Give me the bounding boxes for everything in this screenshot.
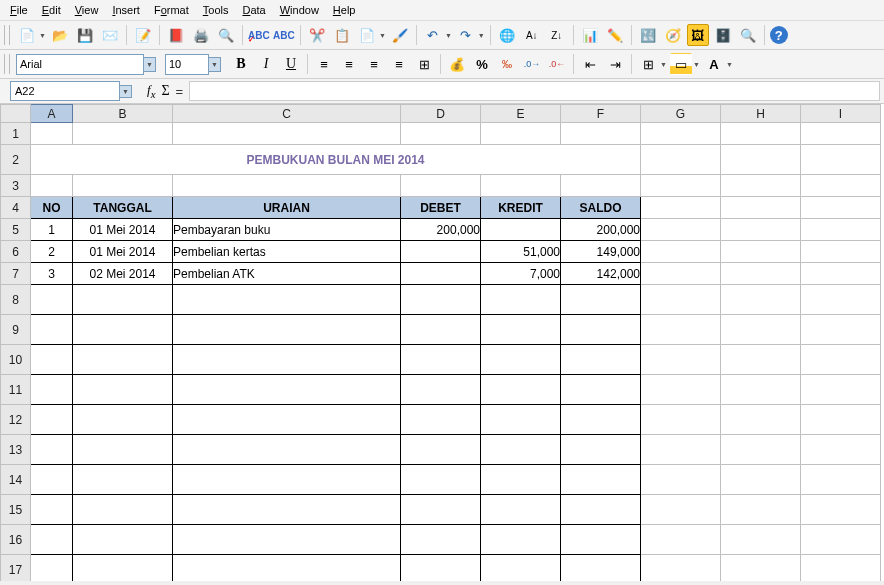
- cell[interactable]: [641, 435, 721, 465]
- cell[interactable]: [73, 555, 173, 582]
- cell[interactable]: [721, 525, 801, 555]
- header-kredit[interactable]: KREDIT: [481, 197, 561, 219]
- menu-view[interactable]: View: [69, 2, 105, 18]
- cell[interactable]: [641, 375, 721, 405]
- formula-input[interactable]: [189, 81, 880, 101]
- cell[interactable]: [561, 525, 641, 555]
- cell[interactable]: [801, 241, 881, 263]
- cell[interactable]: [173, 315, 401, 345]
- row-header[interactable]: 9: [1, 315, 31, 345]
- menu-window[interactable]: Window: [274, 2, 325, 18]
- cell[interactable]: [801, 405, 881, 435]
- new-doc-button[interactable]: 📄: [16, 24, 38, 46]
- cell[interactable]: [481, 495, 561, 525]
- cell[interactable]: [801, 345, 881, 375]
- data-cell[interactable]: 01 Mei 2014: [73, 219, 173, 241]
- cell[interactable]: [801, 495, 881, 525]
- row-header[interactable]: 11: [1, 375, 31, 405]
- cell[interactable]: [173, 555, 401, 582]
- menu-data[interactable]: Data: [236, 2, 271, 18]
- cell[interactable]: [401, 465, 481, 495]
- standard-format-button[interactable]: ‰: [496, 53, 518, 75]
- cell[interactable]: [641, 555, 721, 582]
- row-header[interactable]: 6: [1, 241, 31, 263]
- cell[interactable]: [481, 555, 561, 582]
- cell[interactable]: [721, 219, 801, 241]
- cell[interactable]: [721, 345, 801, 375]
- cell[interactable]: [481, 175, 561, 197]
- cell[interactable]: [641, 197, 721, 219]
- cell[interactable]: [641, 495, 721, 525]
- cell[interactable]: [801, 375, 881, 405]
- cell[interactable]: [173, 405, 401, 435]
- cell[interactable]: [73, 465, 173, 495]
- cell[interactable]: [401, 123, 481, 145]
- cell[interactable]: [561, 435, 641, 465]
- underline-button[interactable]: U: [280, 54, 302, 75]
- show-draw-button[interactable]: ✏️: [604, 24, 626, 46]
- menu-insert[interactable]: Insert: [106, 2, 146, 18]
- cell[interactable]: [721, 145, 801, 175]
- email-button[interactable]: ✉️: [99, 24, 121, 46]
- spreadsheet-grid[interactable]: A B C D E F G H I 1 2 PEMBUKUAN BULAN ME…: [0, 104, 884, 581]
- data-cell[interactable]: [401, 263, 481, 285]
- paste-dropdown[interactable]: ▼: [379, 32, 386, 39]
- equals-button[interactable]: =: [176, 84, 184, 99]
- align-left-button[interactable]: ≡: [313, 53, 335, 75]
- cell[interactable]: [561, 345, 641, 375]
- data-cell[interactable]: 02 Mei 2014: [73, 263, 173, 285]
- toolbar-grip[interactable]: [4, 54, 10, 74]
- italic-button[interactable]: I: [255, 54, 277, 75]
- spellcheck-button[interactable]: ABC✓: [248, 24, 270, 46]
- cell[interactable]: [561, 285, 641, 315]
- cell[interactable]: [561, 315, 641, 345]
- sum-button[interactable]: Σ: [161, 83, 169, 99]
- cell[interactable]: [641, 175, 721, 197]
- bgcolor-button[interactable]: ▭: [670, 53, 692, 75]
- data-cell[interactable]: 01 Mei 2014: [73, 241, 173, 263]
- cell[interactable]: [173, 345, 401, 375]
- new-dropdown[interactable]: ▼: [39, 32, 46, 39]
- cut-button[interactable]: ✂️: [306, 24, 328, 46]
- align-center-button[interactable]: ≡: [338, 53, 360, 75]
- chart-button[interactable]: 📊: [579, 24, 601, 46]
- cell[interactable]: [73, 405, 173, 435]
- cell[interactable]: [721, 375, 801, 405]
- cell[interactable]: [801, 263, 881, 285]
- row-header[interactable]: 7: [1, 263, 31, 285]
- cell[interactable]: [73, 375, 173, 405]
- cell[interactable]: [641, 315, 721, 345]
- cell[interactable]: [801, 123, 881, 145]
- cell[interactable]: [801, 525, 881, 555]
- data-cell[interactable]: 1: [31, 219, 73, 241]
- toolbar-grip[interactable]: [4, 25, 10, 45]
- cell[interactable]: [401, 375, 481, 405]
- cell[interactable]: [641, 263, 721, 285]
- data-cell[interactable]: Pembayaran buku: [173, 219, 401, 241]
- cell[interactable]: [31, 525, 73, 555]
- cell[interactable]: [173, 175, 401, 197]
- menu-edit[interactable]: Edit: [36, 2, 67, 18]
- menu-file[interactable]: File: [4, 2, 34, 18]
- undo-button[interactable]: ↶: [422, 24, 444, 46]
- edit-doc-button[interactable]: 📝: [132, 24, 154, 46]
- data-cell[interactable]: 200,000: [401, 219, 481, 241]
- data-cell[interactable]: 3: [31, 263, 73, 285]
- col-header-c[interactable]: C: [173, 105, 401, 123]
- cell[interactable]: [31, 435, 73, 465]
- data-cell[interactable]: Pembelian kertas: [173, 241, 401, 263]
- cell[interactable]: [73, 495, 173, 525]
- add-decimal-button[interactable]: .0→: [521, 53, 543, 75]
- cell[interactable]: [481, 465, 561, 495]
- zoom-button[interactable]: 🔍: [737, 24, 759, 46]
- data-cell[interactable]: 7,000: [481, 263, 561, 285]
- header-tanggal[interactable]: TANGGAL: [73, 197, 173, 219]
- cell[interactable]: [641, 465, 721, 495]
- help-button[interactable]: ?: [770, 26, 788, 44]
- row-header[interactable]: 3: [1, 175, 31, 197]
- cell[interactable]: [721, 465, 801, 495]
- col-header-h[interactable]: H: [721, 105, 801, 123]
- cell[interactable]: [31, 555, 73, 582]
- cell[interactable]: [481, 375, 561, 405]
- align-justify-button[interactable]: ≡: [388, 53, 410, 75]
